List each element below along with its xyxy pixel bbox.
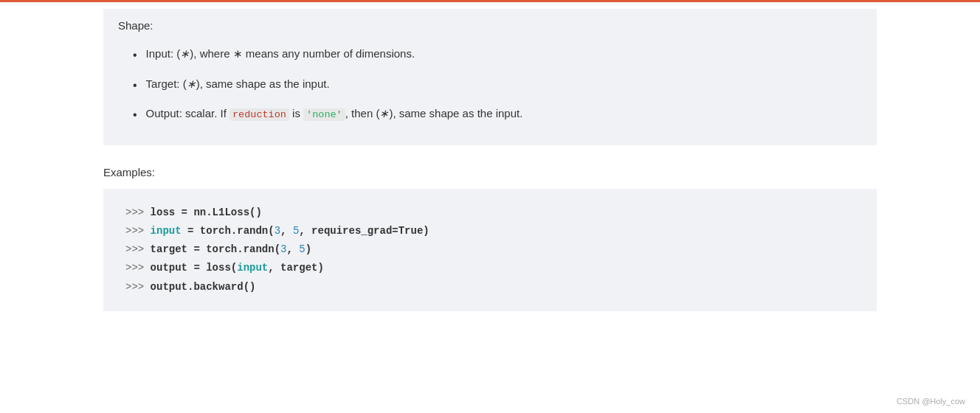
- list-item-target-text: Target: (∗), same shape as the input.: [146, 75, 330, 93]
- code-output-assign: output = loss(: [151, 262, 238, 274]
- top-border: [0, 0, 980, 2]
- code-block: >>> loss = nn.L1Loss() >>> input = torch…: [103, 189, 877, 311]
- math-star-input: ∗: [180, 48, 190, 60]
- prompt-3: >>>: [125, 243, 151, 255]
- list-item-input-text: Input: (∗), where ∗ means any number of …: [146, 45, 415, 63]
- math-star-output: ∗: [379, 108, 389, 119]
- watermark: CSDN @Holy_cow: [897, 397, 965, 406]
- code-num-3-1: 3: [275, 225, 280, 237]
- code-comma-1: ,: [280, 225, 293, 237]
- prompt-5: >>>: [125, 281, 151, 293]
- code-reduction: reduction: [230, 108, 289, 121]
- examples-section: Examples: >>> loss = nn.L1Loss() >>> inp…: [103, 166, 877, 311]
- list-item-target: Target: (∗), same shape as the input.: [133, 75, 862, 95]
- code-line-2: >>> input = torch.randn(3, 5, requires_g…: [125, 222, 855, 240]
- code-input-ref: input: [237, 262, 268, 274]
- code-requires-grad: , requires_grad=True): [299, 225, 429, 237]
- code-line-1: >>> loss = nn.L1Loss(): [125, 204, 855, 222]
- code-input-var: input: [151, 225, 182, 237]
- math-star-target: ∗: [187, 78, 196, 90]
- shape-section: Shape: Input: (∗), where ∗ means any num…: [103, 9, 877, 145]
- code-line-4: >>> output = loss(input, target): [125, 259, 855, 277]
- code-output-end: , target): [268, 262, 324, 274]
- main-content: Shape: Input: (∗), where ∗ means any num…: [0, 0, 980, 311]
- code-line-3: >>> target = torch.randn(3, 5): [125, 240, 855, 259]
- code-comma-2: ,: [286, 243, 299, 255]
- code-input-assign: = torch.randn(: [182, 225, 275, 237]
- examples-title: Examples:: [103, 166, 877, 178]
- prompt-4: >>>: [125, 262, 151, 274]
- prompt-1: >>>: [125, 206, 151, 218]
- code-loss: loss = nn.L1Loss(): [151, 206, 262, 218]
- shape-title: Shape:: [118, 19, 862, 32]
- list-item-input: Input: (∗), where ∗ means any number of …: [133, 45, 862, 65]
- code-none: 'none': [303, 108, 345, 121]
- code-target-end: ): [306, 243, 311, 255]
- list-item-output-text: Output: scalar. If reduction is 'none', …: [146, 105, 523, 123]
- list-item-output: Output: scalar. If reduction is 'none', …: [133, 105, 862, 125]
- code-num-5-2: 5: [299, 243, 305, 255]
- code-backward: output.backward(): [151, 281, 256, 293]
- code-target-assign: target = torch.randn(: [151, 243, 280, 255]
- code-line-5: >>> output.backward(): [125, 278, 855, 296]
- shape-list: Input: (∗), where ∗ means any number of …: [133, 45, 862, 125]
- prompt-2: >>>: [125, 225, 151, 237]
